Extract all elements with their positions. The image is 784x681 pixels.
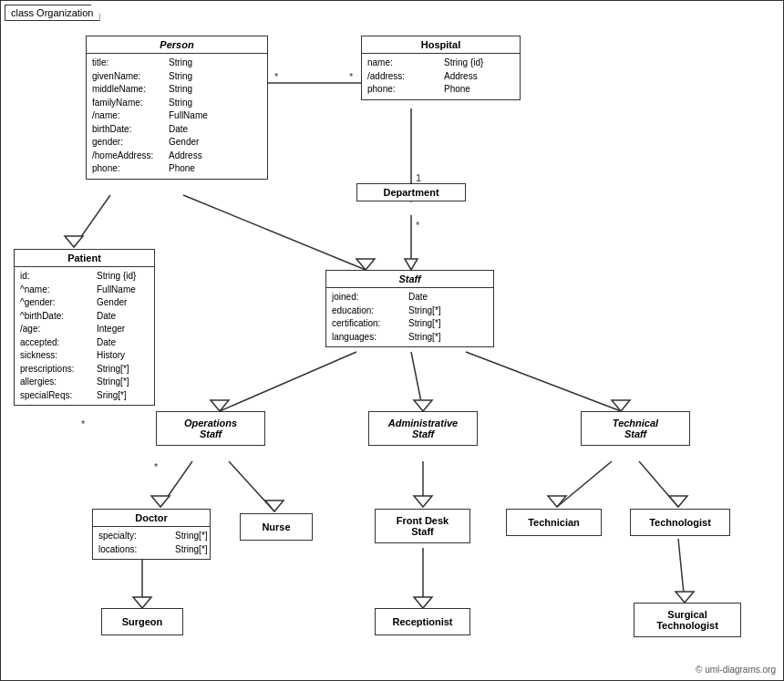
class-hospital-attrs: name:String {id} /address:Address phone:… [362,54,520,99]
class-operations-staff: OperationsStaff [156,411,265,446]
class-patient-attrs: id:String {id} ^name:FullName ^gender:Ge… [15,267,154,405]
class-department-title: Department [357,184,465,201]
class-surgical-technologist: SurgicalTechnologist [634,603,741,637]
class-front-desk-staff-title: Front DeskStaff [376,510,469,542]
uml-diagram: class Organization [0,0,784,681]
svg-line-12 [639,461,678,507]
svg-marker-20 [211,400,229,411]
svg-text:1: 1 [416,172,421,183]
class-technologist-title: Technologist [631,510,729,535]
class-technician: Technician [506,509,602,536]
class-receptionist: Receptionist [375,608,470,635]
copyright-text: © uml-diagrams.org [696,665,776,675]
class-hospital: Hospital name:String {id} /address:Addre… [361,36,521,100]
svg-line-5 [220,352,356,411]
svg-line-2 [183,195,366,270]
class-technical-staff-title: TechnicalStaff [582,412,689,445]
diagram-title: class Organization [5,5,100,21]
class-operations-staff-title: OperationsStaff [157,412,264,445]
class-person-attrs: title:String givenName:String middleName… [87,54,267,179]
class-staff-attrs: joined:Date education:String[*] certific… [326,288,493,346]
class-staff-title: Staff [326,271,493,288]
svg-line-15 [678,539,685,603]
svg-text:*: * [274,71,279,82]
class-staff: Staff joined:Date education:String[*] ce… [325,270,494,347]
svg-line-7 [466,352,621,411]
svg-line-8 [160,461,192,507]
svg-marker-23 [151,496,170,507]
class-surgeon-title: Surgeon [102,609,182,635]
class-doctor: Doctor specialty:String[*] locations:Str… [92,509,211,560]
svg-line-1 [74,195,110,247]
class-nurse: Nurse [240,513,313,541]
svg-marker-27 [669,496,687,507]
class-administrative-staff: AdministrativeStaff [368,411,478,446]
svg-line-11 [557,461,612,507]
class-technician-title: Technician [507,510,601,535]
svg-marker-29 [414,597,432,608]
svg-marker-22 [612,400,630,411]
svg-marker-21 [414,400,432,411]
svg-marker-28 [133,597,151,608]
class-surgeon: Surgeon [101,608,183,635]
svg-text:*: * [154,461,159,472]
class-administrative-staff-title: AdministrativeStaff [369,412,477,445]
class-doctor-attrs: specialty:String[*] locations:String[*] [93,527,210,559]
svg-marker-30 [676,592,694,603]
svg-text:*: * [81,418,86,429]
class-technical-staff: TechnicalStaff [581,411,690,446]
svg-marker-19 [405,259,418,270]
class-hospital-title: Hospital [362,36,520,54]
svg-text:*: * [416,220,420,231]
class-doctor-title: Doctor [93,510,210,527]
svg-marker-16 [65,236,83,247]
svg-marker-26 [548,496,566,507]
svg-line-9 [229,461,274,511]
class-person: Person title:String givenName:String mid… [86,36,268,180]
class-patient: Patient id:String {id} ^name:FullName ^g… [14,249,155,406]
svg-marker-25 [414,496,432,507]
class-nurse-title: Nurse [241,514,312,540]
svg-line-6 [411,352,423,411]
class-patient-title: Patient [15,250,154,267]
class-front-desk-staff: Front DeskStaff [375,509,470,543]
svg-marker-17 [356,259,375,270]
class-technologist: Technologist [630,509,730,536]
class-surgical-technologist-title: SurgicalTechnologist [634,604,740,636]
class-person-title: Person [87,36,267,54]
svg-text:*: * [349,71,354,82]
class-receptionist-title: Receptionist [376,609,469,635]
svg-marker-24 [265,500,284,511]
class-department: Department [356,183,466,201]
